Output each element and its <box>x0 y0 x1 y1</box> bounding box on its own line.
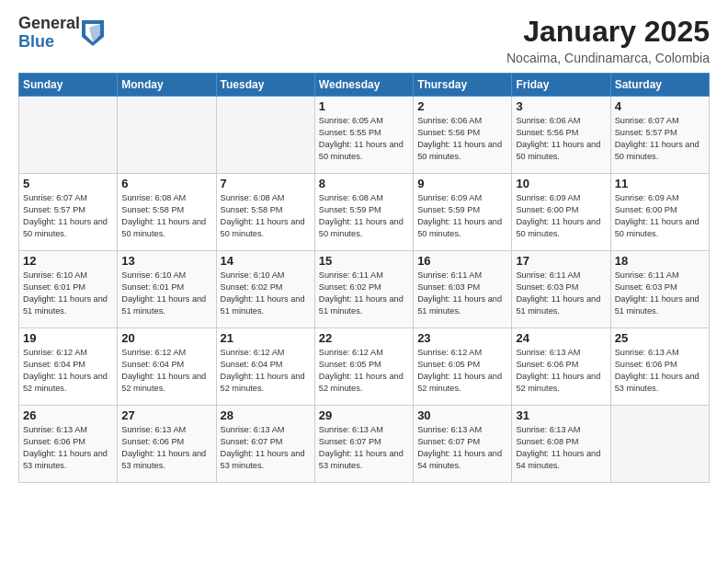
day-info: Sunrise: 6:11 AM Sunset: 6:03 PM Dayligh… <box>516 270 606 317</box>
table-row: 15Sunrise: 6:11 AM Sunset: 6:02 PM Dayli… <box>314 251 413 328</box>
calendar-table: Sunday Monday Tuesday Wednesday Thursday… <box>18 73 710 483</box>
header: General Blue January 2025 Nocaima, Cundi… <box>18 15 710 65</box>
day-info: Sunrise: 6:06 AM Sunset: 5:56 PM Dayligh… <box>516 115 606 163</box>
day-number: 1 <box>319 99 409 113</box>
day-number: 18 <box>615 254 705 268</box>
day-number: 21 <box>221 331 311 345</box>
logo-icon <box>82 20 104 46</box>
day-info: Sunrise: 6:08 AM Sunset: 5:59 PM Dayligh… <box>319 192 409 240</box>
table-row: 19Sunrise: 6:12 AM Sunset: 6:04 PM Dayli… <box>19 328 118 406</box>
day-info: Sunrise: 6:06 AM Sunset: 5:56 PM Dayligh… <box>417 115 507 163</box>
logo-blue-text: Blue <box>18 33 80 52</box>
table-row: 8Sunrise: 6:08 AM Sunset: 5:59 PM Daylig… <box>314 174 413 251</box>
day-number: 23 <box>417 331 507 345</box>
title-block: January 2025 Nocaima, Cundinamarca, Colo… <box>506 15 710 65</box>
table-row: 6Sunrise: 6:08 AM Sunset: 5:58 PM Daylig… <box>118 174 216 251</box>
day-info: Sunrise: 6:11 AM Sunset: 6:03 PM Dayligh… <box>417 270 507 317</box>
table-row: 11Sunrise: 6:09 AM Sunset: 6:00 PM Dayli… <box>610 174 709 251</box>
calendar-week-2: 5Sunrise: 6:07 AM Sunset: 5:57 PM Daylig… <box>19 174 710 251</box>
day-number: 2 <box>417 99 507 113</box>
table-row: 14Sunrise: 6:10 AM Sunset: 6:02 PM Dayli… <box>216 251 314 328</box>
day-number: 4 <box>615 99 705 113</box>
table-row <box>216 97 314 174</box>
col-saturday: Saturday <box>610 74 709 97</box>
table-row: 7Sunrise: 6:08 AM Sunset: 5:58 PM Daylig… <box>216 174 314 251</box>
table-row: 20Sunrise: 6:12 AM Sunset: 6:04 PM Dayli… <box>118 328 216 406</box>
logo: General Blue <box>18 15 104 52</box>
page: General Blue January 2025 Nocaima, Cundi… <box>0 0 728 563</box>
day-number: 25 <box>615 331 705 345</box>
day-number: 11 <box>615 177 705 190</box>
day-number: 9 <box>417 177 507 190</box>
day-number: 17 <box>516 254 606 268</box>
day-info: Sunrise: 6:13 AM Sunset: 6:07 PM Dayligh… <box>319 424 409 472</box>
day-info: Sunrise: 6:08 AM Sunset: 5:58 PM Dayligh… <box>221 192 311 240</box>
day-info: Sunrise: 6:13 AM Sunset: 6:06 PM Dayligh… <box>516 347 606 395</box>
day-info: Sunrise: 6:09 AM Sunset: 5:59 PM Dayligh… <box>417 192 507 240</box>
day-number: 27 <box>121 408 211 422</box>
table-row: 23Sunrise: 6:12 AM Sunset: 6:05 PM Dayli… <box>414 328 512 406</box>
day-number: 31 <box>516 408 606 422</box>
day-info: Sunrise: 6:13 AM Sunset: 6:08 PM Dayligh… <box>516 424 606 472</box>
day-number: 24 <box>516 331 606 345</box>
table-row: 21Sunrise: 6:12 AM Sunset: 6:04 PM Dayli… <box>216 328 314 406</box>
day-info: Sunrise: 6:12 AM Sunset: 6:05 PM Dayligh… <box>319 347 409 395</box>
day-number: 3 <box>516 99 606 113</box>
table-row: 27Sunrise: 6:13 AM Sunset: 6:06 PM Dayli… <box>118 406 216 483</box>
calendar-week-1: 1Sunrise: 6:05 AM Sunset: 5:55 PM Daylig… <box>19 97 710 174</box>
day-info: Sunrise: 6:12 AM Sunset: 6:04 PM Dayligh… <box>221 347 311 395</box>
table-row: 2Sunrise: 6:06 AM Sunset: 5:56 PM Daylig… <box>414 97 512 174</box>
col-wednesday: Wednesday <box>314 74 413 97</box>
col-monday: Monday <box>118 74 216 97</box>
day-info: Sunrise: 6:10 AM Sunset: 6:01 PM Dayligh… <box>23 270 113 317</box>
day-number: 29 <box>319 408 409 422</box>
table-row: 10Sunrise: 6:09 AM Sunset: 6:00 PM Dayli… <box>512 174 610 251</box>
day-number: 14 <box>221 254 311 268</box>
table-row: 1Sunrise: 6:05 AM Sunset: 5:55 PM Daylig… <box>314 97 413 174</box>
col-friday: Friday <box>512 74 610 97</box>
day-number: 10 <box>516 177 606 190</box>
day-info: Sunrise: 6:11 AM Sunset: 6:02 PM Dayligh… <box>319 270 409 317</box>
table-row: 28Sunrise: 6:13 AM Sunset: 6:07 PM Dayli… <box>216 406 314 483</box>
table-row: 9Sunrise: 6:09 AM Sunset: 5:59 PM Daylig… <box>414 174 512 251</box>
day-number: 15 <box>319 254 409 268</box>
day-info: Sunrise: 6:13 AM Sunset: 6:07 PM Dayligh… <box>221 424 311 472</box>
day-info: Sunrise: 6:09 AM Sunset: 6:00 PM Dayligh… <box>615 192 705 240</box>
table-row: 26Sunrise: 6:13 AM Sunset: 6:06 PM Dayli… <box>19 406 118 483</box>
day-number: 22 <box>319 331 409 345</box>
table-row: 3Sunrise: 6:06 AM Sunset: 5:56 PM Daylig… <box>512 97 610 174</box>
day-number: 7 <box>221 177 311 190</box>
day-number: 16 <box>417 254 507 268</box>
day-info: Sunrise: 6:10 AM Sunset: 6:02 PM Dayligh… <box>221 270 311 317</box>
table-row <box>118 97 216 174</box>
day-number: 19 <box>23 331 113 345</box>
calendar-week-3: 12Sunrise: 6:10 AM Sunset: 6:01 PM Dayli… <box>19 251 710 328</box>
table-row: 31Sunrise: 6:13 AM Sunset: 6:08 PM Dayli… <box>512 406 610 483</box>
table-row: 24Sunrise: 6:13 AM Sunset: 6:06 PM Dayli… <box>512 328 610 406</box>
day-info: Sunrise: 6:09 AM Sunset: 6:00 PM Dayligh… <box>516 192 606 240</box>
table-row <box>610 406 709 483</box>
calendar-header-row: Sunday Monday Tuesday Wednesday Thursday… <box>19 74 710 97</box>
day-info: Sunrise: 6:12 AM Sunset: 6:04 PM Dayligh… <box>23 347 113 395</box>
table-row: 25Sunrise: 6:13 AM Sunset: 6:06 PM Dayli… <box>610 328 709 406</box>
day-info: Sunrise: 6:11 AM Sunset: 6:03 PM Dayligh… <box>615 270 705 317</box>
day-info: Sunrise: 6:08 AM Sunset: 5:58 PM Dayligh… <box>121 192 211 240</box>
day-number: 13 <box>121 254 211 268</box>
day-info: Sunrise: 6:13 AM Sunset: 6:06 PM Dayligh… <box>23 424 113 472</box>
month-title: January 2025 <box>506 15 710 49</box>
table-row: 4Sunrise: 6:07 AM Sunset: 5:57 PM Daylig… <box>610 97 709 174</box>
day-info: Sunrise: 6:12 AM Sunset: 6:05 PM Dayligh… <box>417 347 507 395</box>
day-info: Sunrise: 6:13 AM Sunset: 6:06 PM Dayligh… <box>615 347 705 395</box>
day-info: Sunrise: 6:13 AM Sunset: 6:07 PM Dayligh… <box>417 424 507 472</box>
day-number: 6 <box>121 177 211 190</box>
day-info: Sunrise: 6:10 AM Sunset: 6:01 PM Dayligh… <box>121 270 211 317</box>
table-row: 13Sunrise: 6:10 AM Sunset: 6:01 PM Dayli… <box>118 251 216 328</box>
table-row: 16Sunrise: 6:11 AM Sunset: 6:03 PM Dayli… <box>414 251 512 328</box>
calendar-week-4: 19Sunrise: 6:12 AM Sunset: 6:04 PM Dayli… <box>19 328 710 406</box>
day-info: Sunrise: 6:05 AM Sunset: 5:55 PM Dayligh… <box>319 115 409 163</box>
day-number: 26 <box>23 408 113 422</box>
day-number: 28 <box>221 408 311 422</box>
day-info: Sunrise: 6:07 AM Sunset: 5:57 PM Dayligh… <box>615 115 705 163</box>
col-tuesday: Tuesday <box>216 74 314 97</box>
col-thursday: Thursday <box>414 74 512 97</box>
